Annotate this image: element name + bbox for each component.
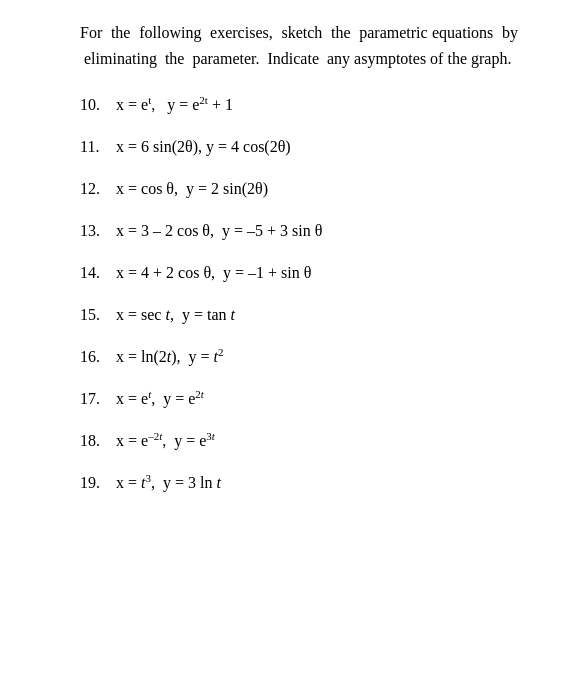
exercise-content: x = sec t, y = tan t bbox=[116, 303, 235, 327]
exercise-number: 16. bbox=[80, 345, 116, 369]
list-item: 14.x = 4 + 2 cos θ, y = –1 + sin θ bbox=[80, 261, 518, 285]
list-item: 19.x = t3, y = 3 ln t bbox=[80, 471, 518, 495]
exercise-list: 10.x = et, y = e2t + 111.x = 6 sin(2θ), … bbox=[80, 93, 518, 495]
list-item: 13.x = 3 – 2 cos θ, y = –5 + 3 sin θ bbox=[80, 219, 518, 243]
list-item: 12.x = cos θ, y = 2 sin(2θ) bbox=[80, 177, 518, 201]
list-item: 16.x = ln(2t), y = t2 bbox=[80, 345, 518, 369]
exercise-content: x = e–2t, y = e3t bbox=[116, 429, 215, 453]
exercise-content: x = 4 + 2 cos θ, y = –1 + sin θ bbox=[116, 261, 311, 285]
list-item: 18.x = e–2t, y = e3t bbox=[80, 429, 518, 453]
exercise-content: x = 3 – 2 cos θ, y = –5 + 3 sin θ bbox=[116, 219, 322, 243]
exercise-number: 15. bbox=[80, 303, 116, 327]
list-item: 17.x = et, y = e2t bbox=[80, 387, 518, 411]
exercise-number: 19. bbox=[80, 471, 116, 495]
exercise-number: 12. bbox=[80, 177, 116, 201]
exercise-content: x = cos θ, y = 2 sin(2θ) bbox=[116, 177, 268, 201]
exercise-number: 14. bbox=[80, 261, 116, 285]
exercise-number: 11. bbox=[80, 135, 116, 159]
intro-paragraph: For the following exercises, sketch the … bbox=[80, 20, 518, 71]
list-item: 11.x = 6 sin(2θ), y = 4 cos(2θ) bbox=[80, 135, 518, 159]
list-item: 15.x = sec t, y = tan t bbox=[80, 303, 518, 327]
exercise-content: x = et, y = e2t + 1 bbox=[116, 93, 233, 117]
exercise-number: 17. bbox=[80, 387, 116, 411]
exercise-content: x = et, y = e2t bbox=[116, 387, 204, 411]
exercise-content: x = ln(2t), y = t2 bbox=[116, 345, 224, 369]
exercise-number: 10. bbox=[80, 93, 116, 117]
list-item: 10.x = et, y = e2t + 1 bbox=[80, 93, 518, 117]
exercise-content: x = t3, y = 3 ln t bbox=[116, 471, 221, 495]
exercise-number: 13. bbox=[80, 219, 116, 243]
exercise-number: 18. bbox=[80, 429, 116, 453]
exercise-content: x = 6 sin(2θ), y = 4 cos(2θ) bbox=[116, 135, 291, 159]
